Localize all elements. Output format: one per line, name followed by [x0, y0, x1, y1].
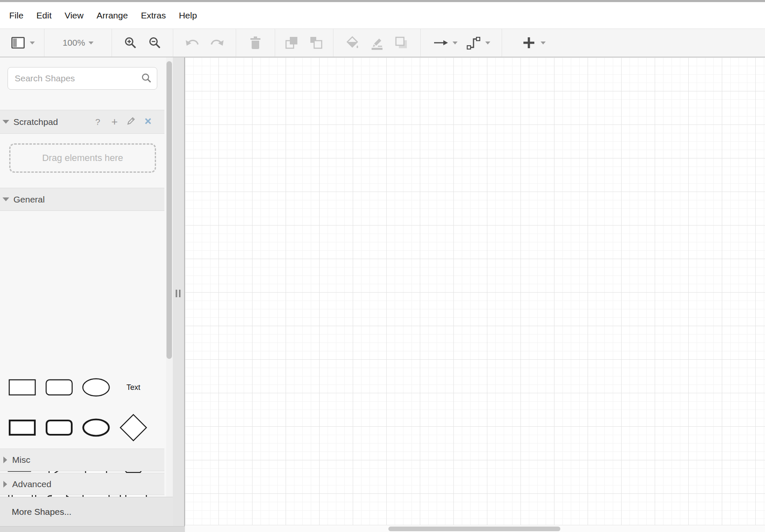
section-header-advanced[interactable]: Advanced: [0, 473, 164, 495]
menu-help[interactable]: Help: [179, 10, 197, 21]
diamond-shape-icon: [120, 414, 147, 441]
menu-arrange[interactable]: Arrange: [96, 10, 128, 21]
search-icon: [141, 73, 151, 85]
line-color-button[interactable]: [369, 34, 385, 52]
sidebar-bottom-edge: [0, 526, 185, 532]
shape-rounded-square[interactable]: [42, 411, 76, 444]
scratchpad-close-icon[interactable]: [143, 117, 154, 127]
scratchpad-dropzone[interactable]: Drag elements here: [9, 143, 156, 173]
page-view-icon: [11, 37, 25, 49]
scratchpad-add-button[interactable]: +: [109, 115, 120, 128]
sidebar-splitter[interactable]: [173, 57, 185, 532]
zoom-out-icon: [148, 36, 161, 49]
chevron-right-icon: [3, 457, 7, 463]
menu-file[interactable]: File: [9, 10, 23, 21]
shape-rounded-rectangle[interactable]: [42, 371, 76, 404]
zoom-level-button[interactable]: 100%: [62, 34, 85, 52]
scratchpad-title: Scratchpad: [13, 117, 58, 127]
menu-extras[interactable]: Extras: [141, 10, 166, 21]
delete-button[interactable]: [247, 34, 264, 52]
section-header-misc[interactable]: Misc: [0, 449, 164, 471]
chevron-down-icon: [3, 197, 9, 201]
redo-icon: [209, 37, 224, 48]
rectangle-shape-icon: [8, 379, 36, 396]
waypoints-dropdown-caret[interactable]: [485, 42, 490, 44]
circle-shape-icon: [82, 418, 110, 437]
scratchpad-section-header[interactable]: Scratchpad ? +: [0, 110, 164, 134]
ellipse-shape-icon: [82, 378, 110, 397]
insert-dropdown-caret[interactable]: [541, 42, 546, 44]
shape-diamond[interactable]: [117, 411, 150, 444]
horizontal-scrollbar-thumb[interactable]: [388, 527, 560, 531]
dropzone-hint: Drag elements here: [42, 153, 123, 163]
rounded-square-shape-icon: [45, 419, 73, 436]
to-front-button[interactable]: [284, 34, 300, 52]
fill-color-icon: [346, 36, 359, 49]
more-shapes-button[interactable]: More Shapes...: [0, 497, 173, 526]
scratchpad-actions: ? +: [92, 110, 154, 133]
scratchpad-help-button[interactable]: ?: [92, 117, 103, 127]
menu-view[interactable]: View: [65, 10, 83, 21]
to-front-icon: [285, 36, 299, 49]
diagram-canvas[interactable]: [185, 57, 765, 525]
page-view-button[interactable]: [10, 34, 26, 52]
splitter-grip-icon: [176, 290, 182, 297]
shape-circle[interactable]: [79, 411, 113, 444]
zoom-in-icon: [124, 36, 137, 49]
zoom-level-value: 100%: [62, 38, 85, 48]
to-back-icon: [310, 36, 323, 49]
connection-dropdown-caret[interactable]: [453, 42, 458, 44]
drawio-app: FileEditViewArrangeExtrasHelp 100% Scrat…: [0, 0, 765, 532]
to-back-button[interactable]: [308, 34, 325, 52]
fill-color-button[interactable]: [344, 34, 361, 52]
waypoints-button[interactable]: [465, 34, 482, 52]
chevron-down-icon: [3, 120, 9, 124]
square-shape-icon: [8, 419, 36, 436]
undo-icon: [185, 37, 200, 48]
search-input[interactable]: [8, 67, 157, 90]
shapes-sidebar: Scratchpad ? + Drag elements here Genera…: [0, 57, 173, 526]
zoom-in-button[interactable]: [122, 34, 139, 52]
shape-text-label: Text: [126, 383, 140, 392]
toolbar: 100%: [0, 29, 765, 57]
connection-icon: [433, 39, 448, 46]
shape-square[interactable]: [5, 411, 39, 444]
insert-icon: [523, 36, 535, 49]
waypoints-icon: [466, 36, 481, 50]
scratchpad-edit-icon[interactable]: [126, 116, 137, 127]
shadow-button[interactable]: [393, 34, 410, 52]
shape-search: [8, 67, 157, 90]
shape-text[interactable]: Text: [117, 371, 150, 404]
shape-rectangle[interactable]: [5, 371, 39, 404]
general-shapes-palette: Text: [0, 211, 164, 449]
delete-icon: [250, 36, 261, 49]
connection-button[interactable]: [432, 34, 449, 52]
rounded-rectangle-shape-icon: [45, 379, 73, 396]
line-color-icon: [370, 36, 384, 50]
section-header-general[interactable]: General: [0, 188, 164, 211]
zoom-out-button[interactable]: [146, 34, 163, 52]
menu-edit[interactable]: Edit: [36, 10, 52, 21]
page-view-dropdown-caret[interactable]: [30, 42, 35, 44]
canvas-horizontal-scrollbar[interactable]: [185, 525, 765, 532]
redo-button[interactable]: [208, 34, 225, 52]
shape-ellipse[interactable]: [79, 371, 113, 404]
insert-button[interactable]: [520, 34, 537, 52]
sidebar-scrollbar[interactable]: [166, 57, 173, 497]
undo-button[interactable]: [184, 34, 201, 52]
chevron-right-icon: [3, 481, 7, 488]
sidebar-scrollbar-thumb[interactable]: [167, 61, 172, 359]
zoom-level-dropdown-caret[interactable]: [88, 42, 94, 44]
shadow-icon: [395, 36, 408, 49]
menubar: FileEditViewArrangeExtrasHelp: [0, 2, 765, 29]
